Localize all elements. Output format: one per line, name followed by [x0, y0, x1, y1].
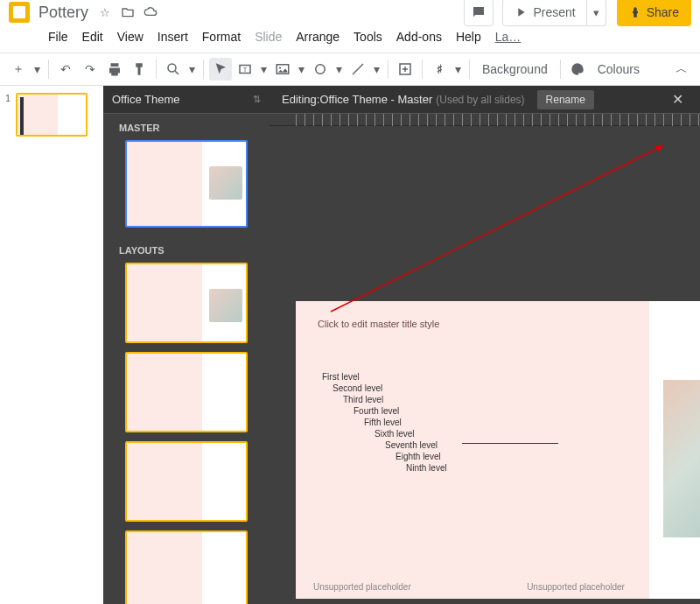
- layout-thumbnail-2[interactable]: [125, 352, 248, 432]
- line-dropdown[interactable]: ▾: [371, 58, 382, 81]
- shape-tool[interactable]: [309, 58, 332, 81]
- title-placeholder[interactable]: Click to edit master title style: [313, 314, 663, 335]
- redo-button[interactable]: ↷: [79, 58, 102, 81]
- star-icon[interactable]: ☆: [96, 4, 114, 21]
- undo-button[interactable]: ↶: [54, 58, 77, 81]
- slide-number: 1: [5, 93, 10, 103]
- cloud-status-icon[interactable]: [142, 4, 159, 21]
- level-9: Ninth level: [406, 462, 447, 474]
- menu-tools[interactable]: Tools: [347, 26, 388, 47]
- present-dropdown-button[interactable]: ▾: [587, 0, 606, 26]
- theme-dropdown-icon[interactable]: ⇅: [253, 94, 261, 105]
- canvas-area[interactable]: Click to edit master title style First l…: [270, 126, 700, 604]
- colours-icon[interactable]: [566, 58, 589, 81]
- slides-logo[interactable]: [9, 2, 30, 23]
- level-5: Fifth level: [364, 417, 447, 428]
- close-master-button[interactable]: ✕: [667, 89, 688, 110]
- new-slide-dropdown[interactable]: ▾: [32, 58, 43, 81]
- layouts-section-label: LAYOUTS: [103, 236, 270, 263]
- share-button[interactable]: Share: [617, 0, 691, 26]
- menu-bar: File Edit View Insert Format Slide Arran…: [0, 25, 700, 53]
- svg-point-5: [316, 65, 326, 74]
- colours-button[interactable]: Colours: [591, 62, 647, 76]
- editor-area: Editing: Office Theme - Master (Used by …: [270, 86, 700, 604]
- textbox-dropdown[interactable]: ▾: [258, 58, 270, 81]
- print-button[interactable]: [103, 58, 126, 81]
- comments-button[interactable]: [464, 0, 494, 26]
- grid-dropdown[interactable]: ▾: [452, 58, 464, 81]
- svg-point-0: [168, 64, 176, 72]
- body-placeholder[interactable]: First level Second level Third level Fou…: [322, 371, 447, 474]
- editing-prefix: Editing:: [282, 93, 319, 106]
- level-3: Third level: [343, 394, 447, 405]
- image-tool[interactable]: [271, 58, 294, 81]
- svg-point-4: [279, 67, 281, 68]
- menu-view[interactable]: View: [111, 26, 150, 47]
- svg-text:T: T: [243, 66, 248, 74]
- master-thumbnail[interactable]: [125, 140, 248, 228]
- level-8: Eighth level: [396, 451, 447, 462]
- rename-button[interactable]: Rename: [537, 90, 594, 109]
- grid-button[interactable]: ♯: [428, 58, 451, 81]
- filmstrip-slide-1[interactable]: [16, 93, 88, 137]
- line-tool[interactable]: [346, 58, 369, 81]
- insert-placeholder-button[interactable]: [394, 58, 416, 81]
- menu-addons[interactable]: Add-ons: [390, 26, 448, 47]
- master-section-label: MASTER: [103, 114, 270, 140]
- menu-help[interactable]: Help: [450, 26, 487, 47]
- level-6: Sixth level: [374, 428, 447, 439]
- horizontal-ruler[interactable]: [270, 114, 700, 126]
- editor-header: Editing: Office Theme - Master (Used by …: [270, 86, 700, 114]
- toolbar: ＋ ▾ ↶ ↷ ▾ T ▾ ▾ ▾ ▾ ♯ ▾ Background Colou…: [0, 53, 700, 86]
- shape-dropdown[interactable]: ▾: [333, 58, 345, 81]
- layout-thumbnail-1[interactable]: [125, 263, 248, 343]
- filmstrip: 1: [0, 86, 103, 604]
- select-tool[interactable]: [209, 58, 232, 81]
- layout-thumbnail-4[interactable]: [125, 530, 248, 604]
- layout-thumbnail-3[interactable]: [125, 441, 248, 522]
- level-4: Fourth level: [354, 405, 447, 417]
- menu-file[interactable]: File: [42, 26, 74, 47]
- hide-menus-button[interactable]: ︿: [670, 58, 693, 81]
- paint-format-button[interactable]: [128, 58, 150, 81]
- zoom-dropdown[interactable]: ▾: [186, 58, 198, 81]
- menu-edit[interactable]: Edit: [76, 26, 109, 47]
- menu-arrange[interactable]: Arrange: [290, 26, 346, 47]
- background-button[interactable]: Background: [475, 62, 555, 76]
- menu-slide: Slide: [248, 26, 288, 47]
- image-dropdown[interactable]: ▾: [296, 58, 307, 81]
- footer-left-placeholder[interactable]: Unsupported placeholder: [313, 582, 418, 592]
- editing-title: Office Theme - Master: [319, 93, 432, 106]
- textbox-tool[interactable]: T: [234, 58, 256, 81]
- present-button[interactable]: Present: [502, 0, 586, 26]
- level-1: First level: [322, 371, 447, 383]
- master-slide-canvas[interactable]: Click to edit master title style First l…: [296, 301, 681, 599]
- new-slide-button[interactable]: ＋: [7, 58, 30, 81]
- image-placeholder[interactable]: [663, 380, 700, 537]
- master-panel: Office Theme ⇅ MASTER LAYOUTS: [103, 86, 270, 604]
- editing-subtitle: (Used by all slides): [436, 94, 524, 106]
- menu-format[interactable]: Format: [196, 26, 247, 47]
- zoom-button[interactable]: [162, 58, 185, 81]
- level-2: Second level: [332, 383, 447, 394]
- theme-header[interactable]: Office Theme ⇅: [103, 86, 270, 114]
- document-title[interactable]: Pottery: [38, 4, 88, 22]
- level-7: Seventh level: [385, 439, 447, 451]
- menu-last-edit[interactable]: La…: [489, 26, 528, 47]
- menu-insert[interactable]: Insert: [151, 26, 194, 47]
- footer-center-placeholder[interactable]: Unsupported placeholder: [418, 582, 700, 592]
- move-icon[interactable]: [119, 4, 136, 21]
